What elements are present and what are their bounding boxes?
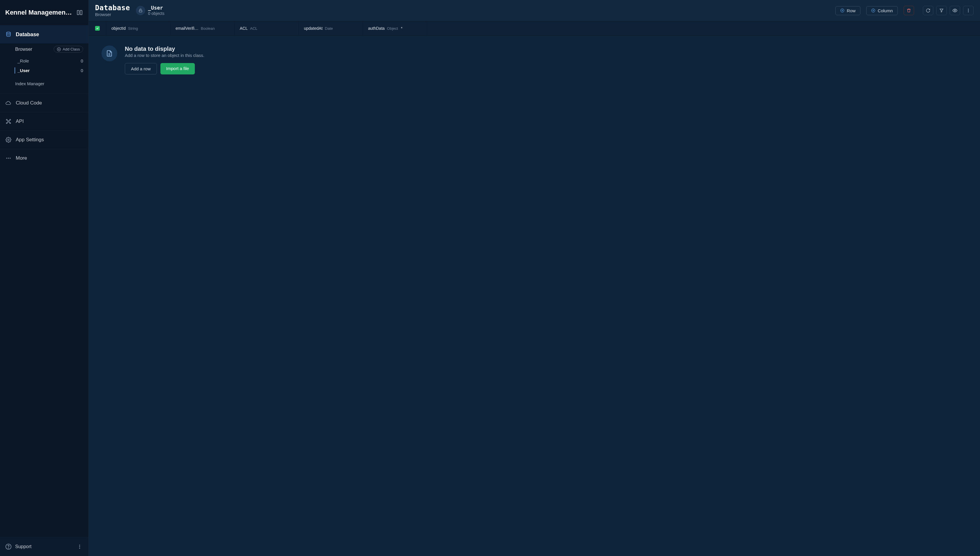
svg-point-5: [6, 120, 7, 120]
column-type: Date: [325, 26, 333, 31]
column-button-label: Column: [878, 8, 893, 13]
checkbox-icon: [95, 26, 100, 31]
column-type: Object: [387, 26, 398, 31]
empty-state: No data to display Add a row to store an…: [89, 36, 980, 556]
svg-point-7: [6, 123, 7, 123]
database-icon: [5, 31, 12, 38]
plus-icon: [57, 47, 61, 52]
empty-doc-icon: [102, 45, 117, 61]
class-item-role[interactable]: _Role 0: [0, 56, 89, 66]
help-icon: [5, 543, 12, 550]
add-a-row-button[interactable]: Add a row: [125, 63, 157, 74]
class-name: _Role: [18, 58, 29, 63]
column-header[interactable]: updatedAt Date: [299, 21, 363, 35]
sidebar-item-label: App Settings: [16, 137, 44, 143]
sidebar-item-database[interactable]: Database: [0, 25, 89, 44]
plus-icon: [840, 8, 845, 13]
column-name: emailVerifi…: [176, 26, 198, 31]
more-actions-button[interactable]: [963, 6, 974, 15]
main: Database Browser _User 0 objects Row: [89, 0, 980, 556]
class-count: 0: [81, 68, 83, 73]
class-item-user[interactable]: _User 0: [0, 66, 89, 75]
breadcrumb: Database Browser: [95, 4, 130, 17]
class-list: _Role 0 _User 0: [0, 55, 89, 78]
svg-point-24: [968, 11, 969, 12]
sidebar-header: Kennel Management ...: [0, 0, 89, 25]
filter-button[interactable]: [936, 6, 947, 15]
more-icon: [5, 155, 12, 162]
required-indicator: *: [401, 26, 402, 31]
add-row-button[interactable]: Row: [835, 6, 861, 15]
svg-point-22: [968, 9, 969, 10]
svg-rect-1: [80, 11, 82, 15]
svg-point-23: [968, 10, 969, 11]
db-title: Database: [95, 4, 130, 12]
svg-point-21: [954, 10, 956, 11]
svg-point-10: [6, 158, 7, 158]
column-header[interactable]: ACL ACL: [234, 21, 299, 35]
sidebar-item-app-settings[interactable]: App Settings: [0, 131, 89, 149]
select-all-cell[interactable]: [89, 21, 106, 35]
plus-icon: [871, 8, 875, 13]
svg-point-12: [10, 158, 11, 158]
sidebar-item-label: Cloud Code: [16, 100, 42, 106]
support-link[interactable]: Support: [5, 543, 32, 550]
column-header[interactable]: objectId String: [106, 21, 170, 35]
api-icon: [5, 118, 12, 124]
column-header[interactable]: authData Object *: [363, 21, 427, 35]
column-name: ACL: [240, 26, 248, 31]
svg-rect-0: [77, 11, 79, 15]
topbar: Database Browser _User 0 objects Row: [89, 0, 980, 21]
svg-point-16: [79, 546, 80, 547]
refresh-button[interactable]: [923, 6, 933, 15]
class-name-label: _User: [148, 5, 164, 11]
sidebar-item-label: More: [16, 155, 27, 161]
sidebar-item-label: API: [16, 118, 24, 124]
browser-subtitle: Browser: [95, 12, 130, 17]
sidebar-item-cloud-code[interactable]: Cloud Code: [0, 94, 89, 112]
app-title: Kennel Management ...: [5, 9, 73, 16]
footer-more-button[interactable]: [76, 543, 83, 550]
class-name: _User: [18, 68, 30, 73]
index-manager-link[interactable]: Index Manager: [0, 78, 89, 90]
row-button-label: Row: [847, 8, 856, 13]
add-class-label: Add Class: [63, 47, 80, 52]
column-type: String: [128, 26, 138, 31]
add-class-button[interactable]: Add Class: [54, 46, 83, 53]
gear-icon: [5, 137, 12, 143]
class-chip[interactable]: _User 0 objects: [136, 5, 164, 16]
panel-toggle-icon[interactable]: [76, 9, 83, 16]
column-type: ACL: [250, 26, 257, 31]
support-label: Support: [15, 544, 32, 549]
column-header[interactable]: emailVerifi… Boolean: [170, 21, 234, 35]
svg-point-11: [8, 158, 9, 158]
browser-label[interactable]: Browser: [15, 47, 32, 52]
add-column-button[interactable]: Column: [866, 6, 898, 15]
svg-point-17: [79, 548, 80, 549]
svg-rect-18: [139, 10, 142, 12]
sidebar: Kennel Management ... Database Browser: [0, 0, 89, 556]
svg-point-9: [8, 139, 9, 141]
delete-button[interactable]: [904, 6, 914, 15]
column-name: updatedAt: [304, 26, 322, 31]
column-name: authData: [368, 26, 385, 31]
empty-title: No data to display: [125, 45, 205, 52]
sidebar-item-more[interactable]: More: [0, 149, 89, 167]
svg-point-2: [6, 32, 10, 34]
svg-point-8: [10, 123, 11, 123]
svg-point-15: [79, 545, 80, 545]
sidebar-item-api[interactable]: API: [0, 112, 89, 131]
lock-icon: [136, 6, 145, 15]
svg-point-6: [10, 120, 11, 120]
column-header-row: objectId String emailVerifi… Boolean ACL…: [89, 21, 980, 36]
cloud-icon: [5, 100, 12, 106]
import-file-button[interactable]: Import a file: [160, 63, 195, 74]
column-type: Boolean: [201, 26, 215, 31]
class-count: 0: [81, 58, 83, 63]
object-count-label: 0 objects: [148, 11, 164, 16]
empty-subtitle: Add a row to store an object in this cla…: [125, 53, 205, 58]
column-name: objectId: [111, 26, 126, 31]
visibility-button[interactable]: [950, 6, 960, 15]
sidebar-item-label: Database: [16, 32, 39, 38]
